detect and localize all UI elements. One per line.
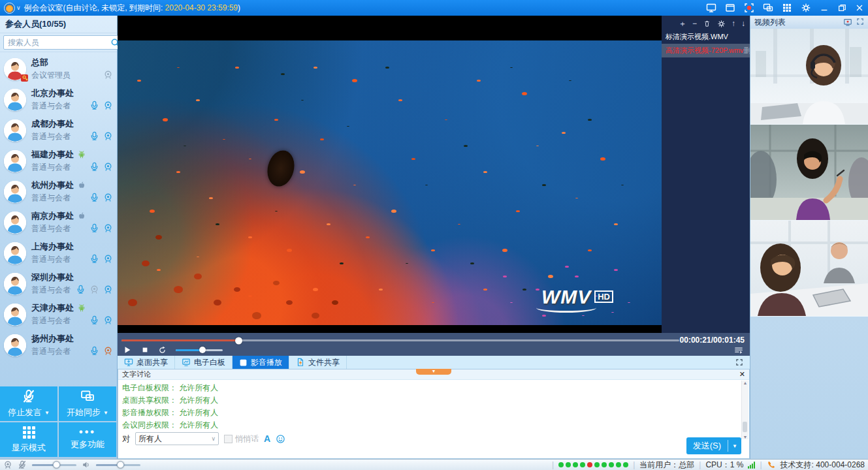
send-button[interactable]: 发送(S) ▼ (686, 437, 741, 454)
font-style-button[interactable]: A (264, 433, 270, 444)
speaker-volume-slider[interactable] (96, 464, 140, 466)
display-mode-button[interactable]: 显示模式 (0, 422, 57, 457)
mic-icon[interactable] (89, 193, 99, 202)
participant-row[interactable]: 南京办事处普通与会者 (0, 207, 118, 238)
chat-scrollbar[interactable]: ▲ ▼ (741, 381, 748, 439)
tab-file-share[interactable]: 文件共享 (289, 356, 347, 369)
mic-icon[interactable] (76, 285, 86, 294)
play-button[interactable] (123, 345, 132, 354)
video-feed-2[interactable] (750, 125, 868, 221)
webcam-icon[interactable] (103, 101, 113, 110)
avatar (4, 304, 26, 326)
webcam-icon[interactable] (103, 193, 113, 202)
scroll-up-icon[interactable]: ▲ (742, 381, 748, 385)
more-functions-button[interactable]: ••• 更多功能 (59, 422, 116, 457)
webcam-icon[interactable] (103, 162, 113, 172)
playlist-toggle-icon[interactable] (734, 346, 743, 355)
playlist-item[interactable]: 标清演示视频.WMV (662, 30, 750, 44)
record-icon[interactable] (744, 3, 754, 13)
start-sync-button[interactable]: 开始同步▼ (59, 386, 116, 421)
chevron-down-icon[interactable]: ▼ (728, 443, 741, 449)
playlist-item-selected[interactable]: 高清演示视频-720P.wmv删除 (662, 44, 750, 57)
remove-icon[interactable]: − (692, 20, 697, 27)
webcam-icon[interactable] (103, 70, 113, 80)
whisper-checkbox[interactable]: 悄悄话 (224, 433, 259, 445)
mic-icon[interactable] (89, 346, 99, 356)
speaker-icon[interactable] (82, 460, 91, 469)
video-feed-1[interactable] (750, 29, 868, 125)
volume-thumb[interactable] (199, 347, 206, 353)
player-control-bar: 00:00:21/00:01:45 (118, 333, 750, 356)
tab-desktop-share[interactable]: 桌面共享 (118, 356, 175, 369)
participant-search[interactable] (3, 35, 123, 50)
close-icon[interactable]: ✕ (739, 371, 745, 378)
mic-icon[interactable] (89, 254, 99, 264)
seek-bar[interactable] (121, 339, 679, 341)
webcam-icon[interactable] (103, 223, 113, 233)
participant-row[interactable]: 北京办事处普通与会者 (0, 84, 118, 115)
loop-button[interactable] (158, 346, 167, 354)
mic-volume-slider[interactable] (32, 464, 76, 466)
seek-thumb[interactable] (235, 337, 242, 344)
avatar (4, 89, 26, 111)
maximize-icon[interactable] (837, 3, 846, 12)
search-input[interactable] (7, 37, 110, 48)
participant-row[interactable]: 上海办事处普通与会者 (0, 238, 118, 268)
chat-collapse-handle[interactable]: ▼ (416, 369, 451, 375)
participant-row[interactable]: 成都办事处普通与会者 (0, 115, 118, 146)
slider-thumb[interactable] (53, 462, 60, 469)
video-feed-3[interactable] (750, 221, 868, 317)
move-down-icon[interactable]: ↓ (741, 20, 745, 27)
webcam-icon[interactable] (103, 315, 113, 325)
checkbox-icon[interactable] (224, 435, 233, 443)
expand-icon[interactable] (856, 18, 864, 27)
fullscreen-icon[interactable] (729, 356, 750, 369)
participant-row[interactable]: 杭州办事处普通与会者 (0, 176, 118, 207)
recipient-select[interactable]: 所有人∨ (135, 432, 219, 445)
settings-icon[interactable] (717, 20, 726, 28)
chevron-down-icon[interactable]: ∨ (16, 5, 21, 11)
participant-row[interactable]: 扬州办事处普通与会者 (0, 330, 118, 360)
webcam-icon[interactable] (3, 460, 12, 469)
webcam-active-icon[interactable] (103, 346, 113, 356)
slider-thumb[interactable] (117, 462, 124, 469)
mic-icon[interactable] (89, 223, 99, 233)
move-up-icon[interactable]: ↑ (731, 20, 735, 27)
mic-icon[interactable] (89, 162, 99, 172)
delete-icon[interactable] (703, 20, 711, 28)
screen-share-icon[interactable] (706, 3, 716, 13)
close-icon[interactable] (855, 3, 864, 12)
video-list-panel: 视频列表 (750, 16, 868, 459)
volume-slider[interactable] (176, 349, 223, 351)
mic-icon[interactable] (89, 315, 99, 325)
mic-muted-icon[interactable] (18, 460, 27, 469)
participant-row[interactable]: 深圳办事处普通与会者 (0, 268, 118, 299)
participant-row[interactable]: 总部会议管理员 (0, 54, 118, 84)
webcam-icon[interactable] (103, 285, 113, 294)
mic-icon[interactable] (89, 131, 99, 141)
stop-speaking-button[interactable]: 停止发言▼ (0, 386, 57, 421)
window-mode-icon[interactable] (725, 3, 735, 13)
avatar (4, 150, 26, 172)
delete-item-button[interactable]: 删除 (744, 46, 750, 55)
tab-media-play[interactable]: 影音播放 (233, 356, 289, 369)
participant-row[interactable]: 福建办事处普通与会者 (0, 146, 118, 176)
participant-row[interactable]: 天津办事处普通与会者 (0, 299, 118, 330)
stop-button[interactable] (141, 346, 149, 354)
mic-icon[interactable] (89, 101, 99, 110)
chat-input-area[interactable]: 发送(S) ▼ (118, 446, 749, 458)
video-monitor-icon[interactable] (843, 18, 852, 27)
minimize-icon[interactable] (820, 3, 829, 12)
scrollbar-thumb[interactable] (743, 422, 747, 432)
webcam-icon[interactable] (103, 254, 113, 264)
add-icon[interactable]: ＋ (679, 20, 686, 27)
desktop-share-icon (124, 358, 133, 367)
sync-icon[interactable] (763, 3, 773, 13)
tab-whiteboard[interactable]: 电子白板 (175, 356, 233, 369)
webcam-off-icon[interactable] (89, 285, 99, 294)
settings-icon[interactable] (801, 3, 811, 13)
hd-badge: HD (594, 290, 613, 303)
emoji-icon[interactable] (276, 434, 285, 444)
layout-grid-icon[interactable] (782, 3, 792, 13)
webcam-icon[interactable] (103, 131, 113, 141)
